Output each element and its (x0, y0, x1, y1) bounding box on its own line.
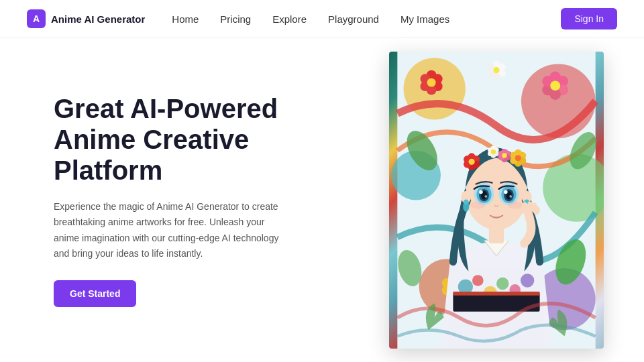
svg-point-96 (470, 201, 485, 208)
svg-rect-47 (453, 292, 539, 296)
svg-point-81 (464, 200, 468, 204)
svg-point-94 (504, 190, 508, 194)
svg-point-41 (472, 275, 484, 286)
svg-point-13 (427, 78, 436, 87)
svg-point-27 (493, 67, 499, 73)
nav-my-images[interactable]: My Images (400, 13, 449, 25)
hero-section: Great AI-Powered Anime Creative Platform… (0, 38, 644, 362)
svg-point-56 (468, 159, 474, 165)
nav-home[interactable]: Home (172, 13, 199, 25)
hero-description: Experience the magic of Anime AI Generat… (54, 199, 282, 261)
svg-point-43 (496, 278, 508, 290)
svg-point-20 (550, 80, 560, 90)
nav-explore[interactable]: Explore (272, 13, 307, 25)
svg-point-89 (484, 195, 487, 198)
nav-playground[interactable]: Playground (328, 13, 379, 25)
svg-point-70 (491, 149, 496, 154)
hero-content: Great AI-Powered Anime Creative Platform… (54, 93, 335, 306)
hero-image (389, 52, 604, 349)
svg-point-95 (509, 195, 512, 198)
logo-text: Anime AI Generator (51, 13, 145, 25)
svg-point-45 (521, 274, 534, 287)
navbar: A Anime AI Generator Home Pricing Explor… (0, 0, 644, 38)
logo-icon: A (27, 9, 46, 28)
nav-links: Home Pricing Explore Playground My Image… (172, 13, 561, 25)
svg-point-88 (479, 190, 483, 194)
svg-point-97 (508, 201, 523, 208)
svg-point-63 (515, 155, 521, 161)
anime-artwork (389, 52, 604, 349)
nav-pricing[interactable]: Pricing (220, 13, 251, 25)
svg-point-77 (502, 153, 506, 158)
hero-title: Great AI-Powered Anime Creative Platform (54, 93, 309, 186)
logo[interactable]: A Anime AI Generator (27, 9, 145, 28)
get-started-button[interactable]: Get Started (54, 280, 136, 307)
signin-button[interactable]: Sign In (561, 8, 617, 29)
